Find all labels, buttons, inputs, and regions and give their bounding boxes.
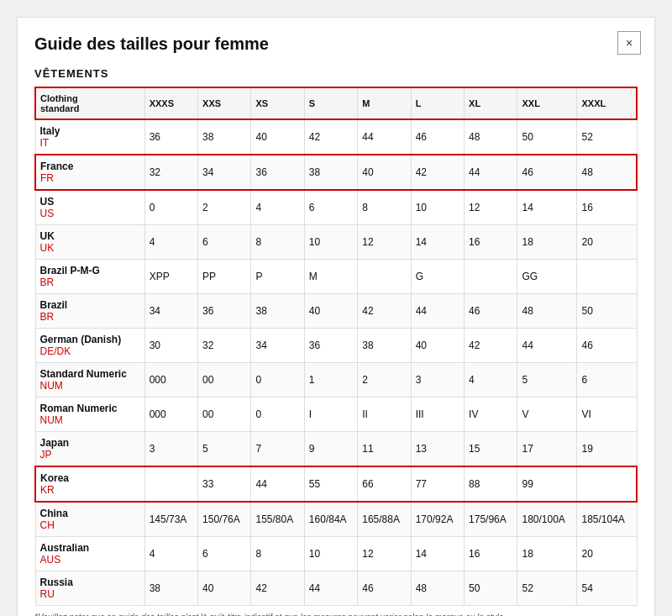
row-value [577,466,637,502]
row-value: 77 [411,466,464,502]
row-value: 30 [144,329,197,363]
row-value: 44 [358,119,411,155]
row-value: 4 [144,225,197,260]
row-label: France FR [35,155,144,190]
row-value: 46 [358,571,411,606]
row-value: 12 [358,537,411,571]
row-value: 42 [411,155,464,190]
row-value: XPP [144,260,197,294]
row-label: Brazil BR [35,294,144,329]
row-value: 38 [358,329,411,363]
row-value: 4 [144,537,197,571]
row-value: 3 [144,432,197,467]
table-row: German (Danish) DE/DK303234363840424446 [35,329,637,363]
close-button[interactable]: × [617,31,641,55]
row-value: 170/92A [411,502,464,537]
row-value: 44 [304,571,357,606]
row-value: 46 [517,155,577,190]
row-label: Italy IT [35,119,144,155]
row-label: Roman Numeric NUM [35,398,144,432]
row-value: 15 [465,432,517,467]
row-value: 48 [517,294,577,329]
row-value: 10 [304,537,357,571]
section-title: VÊTEMENTS [34,67,638,80]
footnote: *Veuillez noter que ce guide des tailles… [34,613,638,616]
row-value: 66 [358,466,411,502]
row-value: 6 [304,190,357,225]
row-value: 38 [144,571,197,606]
row-value: P [251,260,304,294]
row-value: 46 [411,119,464,155]
row-value: 40 [411,329,464,363]
row-value: 32 [198,329,251,363]
row-value: 38 [304,155,357,190]
col-header-s: S [304,87,357,119]
row-value: 99 [517,466,577,502]
row-value: 48 [577,155,637,190]
row-value: 4 [251,190,304,225]
row-value: G [411,260,464,294]
row-value: 16 [465,537,517,571]
row-value: 52 [577,119,637,155]
row-value: 165/88A [358,502,411,537]
row-value: 16 [465,225,517,260]
table-row: Italy IT363840424446485052 [35,119,637,155]
row-value: 000 [144,363,197,398]
row-value: 34 [198,155,251,190]
row-label: UK UK [35,225,144,260]
row-value: PP [198,260,251,294]
row-value: 00 [198,363,251,398]
row-label: Australian AUS [35,537,144,571]
row-value: 40 [251,119,304,155]
size-guide-table: Clothingstandard XXXS XXS XS S M L XL XX… [34,87,638,606]
row-value: 14 [411,537,464,571]
col-header-xxl: XXL [517,87,577,119]
row-label: Japan JP [35,432,144,467]
row-value: 44 [411,294,464,329]
row-value: 34 [251,329,304,363]
row-value: 18 [517,537,577,571]
row-value: 38 [198,119,251,155]
row-value: 33 [198,466,251,502]
row-value: 0 [144,190,197,225]
row-value: GG [517,260,577,294]
row-value: 16 [577,190,637,225]
row-value: 13 [411,432,464,467]
row-value: 3 [411,363,464,398]
row-value: 48 [411,571,464,606]
row-value: 88 [465,466,517,502]
row-value: 145/73A [144,502,197,537]
table-header-row: Clothingstandard XXXS XXS XS S M L XL XX… [35,87,637,119]
row-value: 0 [251,398,304,432]
row-value: 48 [465,119,517,155]
table-row: US US0246810121416 [35,190,637,225]
row-value: 20 [577,537,637,571]
size-guide-modal: × Guide des tailles pour femme VÊTEMENTS… [17,17,655,616]
row-value [144,466,197,502]
row-value: 155/80A [251,502,304,537]
col-header-xxxs: XXXS [144,87,197,119]
row-value: 11 [358,432,411,467]
row-value: III [411,398,464,432]
row-value: 42 [465,329,517,363]
table-row: Roman Numeric NUM000000IIIIIIIVVVI [35,398,637,432]
row-value: 12 [358,225,411,260]
row-value: 46 [465,294,517,329]
row-value [358,260,411,294]
row-value: I [304,398,357,432]
row-value: 44 [465,155,517,190]
row-value: 175/96A [465,502,517,537]
row-label: Korea KR [35,466,144,502]
table-row: Russia RU384042444648505254 [35,571,637,606]
row-value: 20 [577,225,637,260]
row-value: 9 [304,432,357,467]
table-row: Korea KR33445566778899 [35,466,637,502]
row-value: 6 [198,225,251,260]
row-value: 50 [465,571,517,606]
row-value: 36 [198,294,251,329]
row-value: 50 [517,119,577,155]
col-header-xl: XL [465,87,517,119]
row-value: 160/84A [304,502,357,537]
row-value: 8 [251,225,304,260]
col-header-l: L [411,87,464,119]
